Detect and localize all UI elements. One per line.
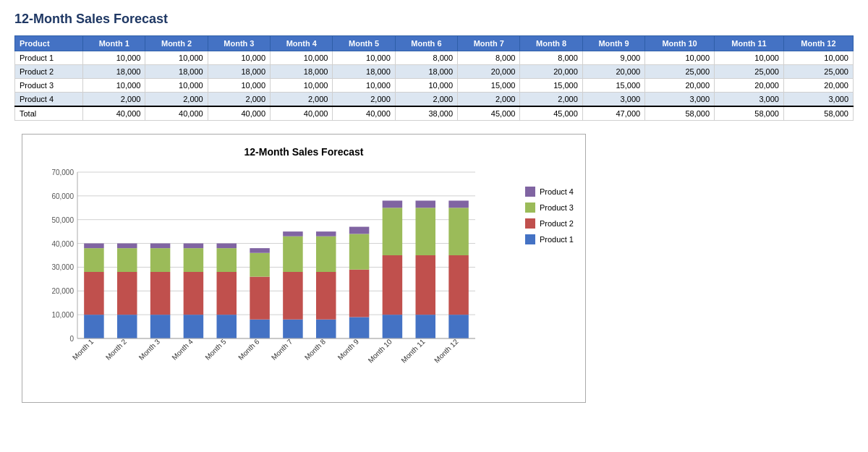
svg-text:Month 12: Month 12 xyxy=(433,337,460,364)
svg-text:Month 9: Month 9 xyxy=(336,337,361,362)
legend-label: Product 4 xyxy=(540,187,574,196)
svg-text:40,000: 40,000 xyxy=(51,240,74,248)
table-cell: 18,000 xyxy=(333,65,395,79)
table-cell: 2,000 xyxy=(458,93,520,107)
total-cell: 47,000 xyxy=(582,106,644,121)
table-cell: 10,000 xyxy=(395,79,457,93)
svg-rect-59 xyxy=(416,200,436,208)
svg-rect-43 xyxy=(283,231,303,236)
svg-rect-18 xyxy=(84,248,103,272)
table-header: Month 4 xyxy=(271,36,333,51)
table-cell: 10,000 xyxy=(208,79,270,93)
table-cell: 10,000 xyxy=(333,79,395,93)
svg-text:Month 2: Month 2 xyxy=(104,337,129,362)
svg-rect-25 xyxy=(150,272,171,315)
table-cell: 10,000 xyxy=(271,79,333,93)
table-cell: 18,000 xyxy=(395,65,457,79)
legend-color-box xyxy=(525,202,535,213)
table-cell: 10,000 xyxy=(783,51,853,65)
table-cell: 18,000 xyxy=(271,65,333,79)
table-cell: 10,000 xyxy=(333,51,395,65)
table-cell: 2,000 xyxy=(83,93,145,107)
svg-rect-24 xyxy=(150,315,171,338)
table-cell: 8,000 xyxy=(520,51,582,65)
table-header: Month 3 xyxy=(208,36,270,51)
chart-container: 12-Month Sales Forecast 010,00020,00030,… xyxy=(22,134,586,403)
svg-rect-47 xyxy=(316,231,336,236)
svg-rect-16 xyxy=(84,315,103,338)
table-cell: 15,000 xyxy=(520,79,582,93)
svg-rect-39 xyxy=(250,248,270,253)
table-row: Product 310,00010,00010,00010,00010,0001… xyxy=(15,79,854,93)
svg-text:Month 6: Month 6 xyxy=(237,337,261,362)
svg-text:70,000: 70,000 xyxy=(51,169,74,176)
table-header: Month 10 xyxy=(645,36,715,51)
total-cell: 40,000 xyxy=(83,106,145,121)
table-cell: 3,000 xyxy=(582,93,644,107)
table-cell: 9,000 xyxy=(582,51,644,65)
svg-text:0: 0 xyxy=(69,335,74,343)
svg-rect-31 xyxy=(184,244,204,249)
svg-rect-54 xyxy=(383,208,403,255)
svg-rect-45 xyxy=(316,272,336,320)
table-cell: 3,000 xyxy=(645,93,715,107)
page-title: 12-Month Sales Forecast xyxy=(14,12,854,27)
svg-rect-42 xyxy=(283,236,303,272)
table-row: Product 110,00010,00010,00010,00010,0008… xyxy=(15,51,854,65)
chart-legend: Product 4Product 3Product 2Product 1 xyxy=(511,165,574,244)
legend-color-box xyxy=(525,187,535,197)
legend-label: Product 2 xyxy=(540,219,574,228)
table-row: Product 42,0002,0002,0002,0002,0002,0002… xyxy=(15,93,854,107)
svg-rect-62 xyxy=(448,208,469,255)
svg-rect-63 xyxy=(448,200,469,208)
legend-item: Product 4 xyxy=(525,187,574,197)
table-header: Month 7 xyxy=(458,36,520,51)
legend-color-box xyxy=(525,234,535,244)
table-header: Month 2 xyxy=(145,36,208,51)
table-cell: 2,000 xyxy=(395,93,457,107)
svg-text:Month 7: Month 7 xyxy=(270,337,294,362)
table-header: Month 12 xyxy=(783,36,853,51)
table-cell: 15,000 xyxy=(458,79,520,93)
total-row: Total40,00040,00040,00040,00040,00038,00… xyxy=(15,106,854,121)
svg-rect-36 xyxy=(250,320,270,338)
legend-item: Product 3 xyxy=(525,202,574,213)
table-cell: 10,000 xyxy=(145,51,208,65)
product-label: Product 4 xyxy=(15,93,83,107)
table-header: Month 8 xyxy=(520,36,582,51)
svg-rect-27 xyxy=(150,244,171,249)
total-cell: 58,000 xyxy=(645,106,715,121)
svg-rect-61 xyxy=(448,255,469,315)
table-cell: 10,000 xyxy=(645,51,715,65)
chart-area: 010,00020,00030,00040,00050,00060,00070,… xyxy=(34,165,511,396)
table-cell: 20,000 xyxy=(715,79,784,93)
table-cell: 10,000 xyxy=(271,51,333,65)
svg-rect-56 xyxy=(416,315,436,338)
svg-text:30,000: 30,000 xyxy=(51,263,74,271)
svg-rect-52 xyxy=(383,315,403,338)
table-cell: 20,000 xyxy=(783,79,853,93)
table-cell: 10,000 xyxy=(715,51,784,65)
svg-rect-19 xyxy=(84,244,103,249)
svg-rect-48 xyxy=(349,317,370,338)
svg-rect-32 xyxy=(217,315,237,338)
table-cell: 2,000 xyxy=(333,93,395,107)
product-label: Product 1 xyxy=(15,51,83,65)
svg-text:Month 3: Month 3 xyxy=(137,337,162,362)
svg-rect-51 xyxy=(349,227,370,234)
total-cell: 45,000 xyxy=(458,106,520,121)
table-cell: 20,000 xyxy=(458,65,520,79)
table-cell: 18,000 xyxy=(208,65,270,79)
svg-rect-41 xyxy=(283,272,303,320)
table-cell: 2,000 xyxy=(208,93,270,107)
total-cell: 40,000 xyxy=(271,106,333,121)
svg-text:20,000: 20,000 xyxy=(51,287,74,295)
svg-rect-44 xyxy=(316,320,336,338)
table-row: Product 218,00018,00018,00018,00018,0001… xyxy=(15,65,854,79)
svg-rect-28 xyxy=(184,315,204,338)
table-header: Month 9 xyxy=(582,36,644,51)
table-cell: 20,000 xyxy=(520,65,582,79)
svg-text:Month 10: Month 10 xyxy=(367,337,394,364)
svg-rect-20 xyxy=(117,315,137,338)
total-label: Total xyxy=(15,106,83,121)
